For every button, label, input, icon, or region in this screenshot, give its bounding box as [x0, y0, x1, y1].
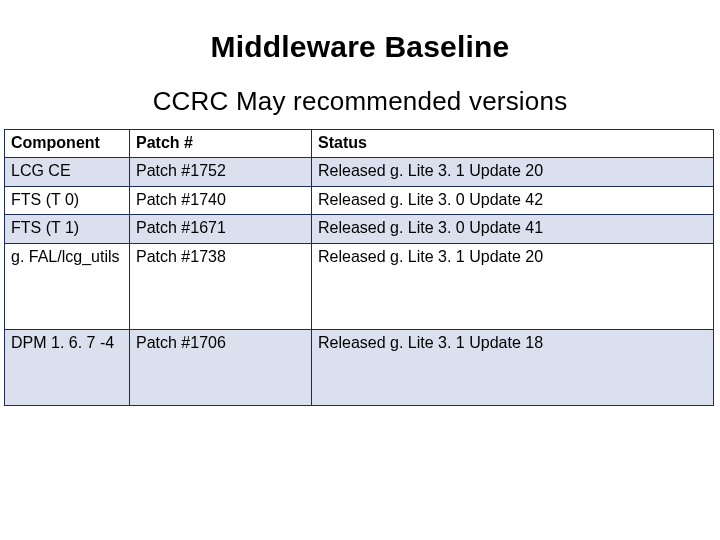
table-header-row: Component Patch # Status: [5, 130, 714, 158]
col-status: Status: [312, 130, 714, 158]
table-row: DPM 1. 6. 7 -4 Patch #1706 Released g. L…: [5, 329, 714, 405]
cell-component: FTS (T 1): [5, 215, 130, 243]
versions-table: Component Patch # Status LCG CE Patch #1…: [4, 129, 714, 406]
page-title: Middleware Baseline: [0, 30, 720, 64]
col-component: Component: [5, 130, 130, 158]
page-subtitle: CCRC May recommended versions: [0, 86, 720, 117]
versions-table-wrap: Component Patch # Status LCG CE Patch #1…: [0, 129, 720, 406]
cell-status: Released g. Lite 3. 1 Update 20: [312, 158, 714, 186]
slide: Middleware Baseline CCRC May recommended…: [0, 0, 720, 540]
cell-patch: Patch #1706: [130, 329, 312, 405]
cell-patch: Patch #1740: [130, 186, 312, 214]
col-patch: Patch #: [130, 130, 312, 158]
table-row: FTS (T 0) Patch #1740 Released g. Lite 3…: [5, 186, 714, 214]
table-row: LCG CE Patch #1752 Released g. Lite 3. 1…: [5, 158, 714, 186]
cell-patch: Patch #1752: [130, 158, 312, 186]
table-row: g. FAL/lcg_utils Patch #1738 Released g.…: [5, 243, 714, 329]
cell-status: Released g. Lite 3. 0 Update 42: [312, 186, 714, 214]
cell-component: FTS (T 0): [5, 186, 130, 214]
cell-status: Released g. Lite 3. 1 Update 18: [312, 329, 714, 405]
cell-patch: Patch #1738: [130, 243, 312, 329]
cell-status: Released g. Lite 3. 1 Update 20: [312, 243, 714, 329]
cell-component: DPM 1. 6. 7 -4: [5, 329, 130, 405]
cell-patch: Patch #1671: [130, 215, 312, 243]
table-row: FTS (T 1) Patch #1671 Released g. Lite 3…: [5, 215, 714, 243]
cell-status: Released g. Lite 3. 0 Update 41: [312, 215, 714, 243]
cell-component: g. FAL/lcg_utils: [5, 243, 130, 329]
cell-component: LCG CE: [5, 158, 130, 186]
